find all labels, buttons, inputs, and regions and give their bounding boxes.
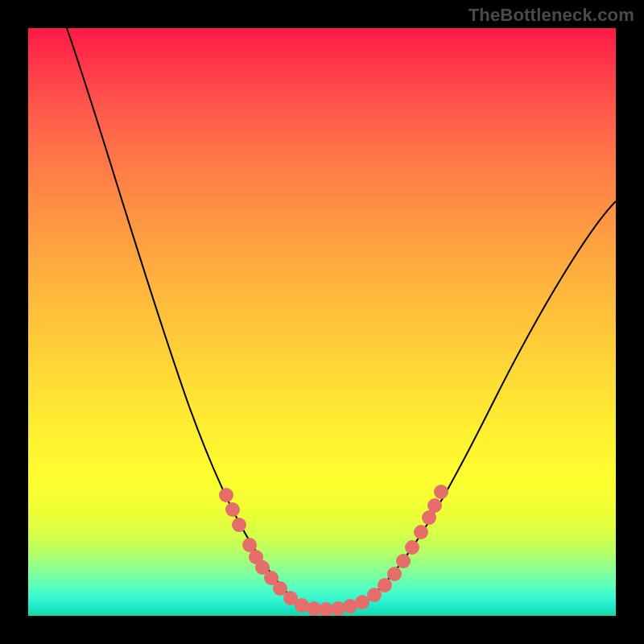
data-dot bbox=[396, 554, 411, 568]
data-dot bbox=[355, 595, 369, 609]
plot-area bbox=[28, 28, 616, 616]
right-curve bbox=[366, 201, 616, 601]
chart-container: TheBottleneck.com bbox=[0, 0, 644, 644]
data-dot bbox=[405, 540, 419, 555]
data-dot bbox=[219, 488, 233, 502]
curve-layer bbox=[28, 28, 616, 616]
left-curve bbox=[67, 28, 294, 600]
data-dot bbox=[232, 518, 246, 532]
data-dot bbox=[427, 498, 442, 513]
data-dot bbox=[225, 502, 240, 517]
watermark-text: TheBottleneck.com bbox=[469, 5, 634, 26]
data-dot bbox=[387, 567, 402, 581]
data-dot bbox=[434, 485, 448, 499]
data-dot bbox=[331, 601, 345, 616]
data-dot bbox=[414, 525, 428, 539]
data-dot bbox=[378, 578, 392, 592]
